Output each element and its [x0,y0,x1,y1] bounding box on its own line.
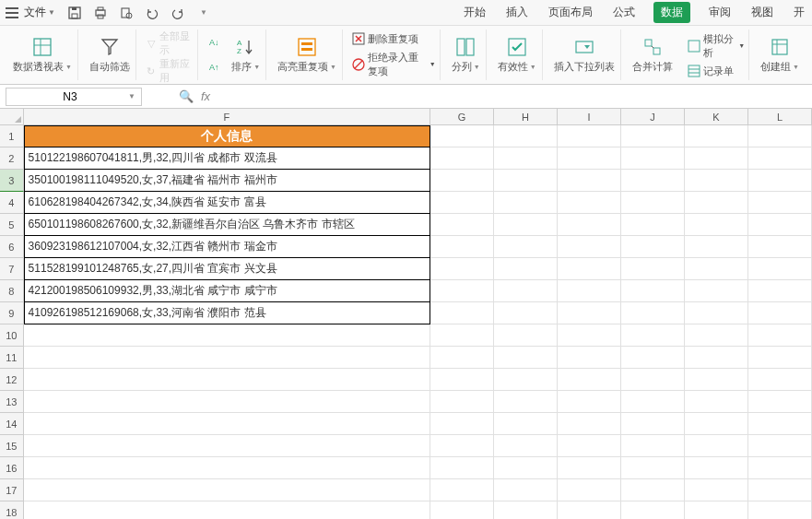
print-preview-icon[interactable] [118,5,135,21]
row-header-16[interactable]: 16 [0,457,24,479]
cell[interactable] [24,413,430,435]
cell[interactable] [621,147,685,170]
cell[interactable] [558,125,621,147]
cell[interactable] [430,280,494,302]
cell[interactable] [558,369,621,391]
cell[interactable] [748,347,812,369]
cell[interactable] [685,302,748,324]
cell[interactable] [685,435,748,457]
cell[interactable] [621,258,685,280]
cell[interactable] [621,347,685,369]
print-icon[interactable] [92,5,109,21]
save-icon[interactable] [66,5,83,21]
cell[interactable] [430,369,494,391]
cell[interactable] [685,457,748,479]
name-box[interactable]: ▼ [6,88,142,106]
cell[interactable] [430,324,494,347]
row-header-1[interactable]: 1 [0,125,24,147]
cell[interactable] [621,479,685,501]
cell[interactable] [748,413,812,435]
cell[interactable] [24,347,430,369]
cell[interactable] [430,457,494,479]
undo-icon[interactable] [144,5,160,21]
cell[interactable] [748,324,812,347]
cell[interactable] [430,258,494,280]
cell[interactable] [494,214,558,236]
cell[interactable] [748,479,812,501]
cell[interactable] [621,324,685,347]
tab-formula[interactable]: 公式 [611,1,637,24]
cell[interactable] [621,369,685,391]
cell[interactable] [494,125,558,147]
cell[interactable] [748,170,812,192]
cell[interactable] [430,192,494,214]
cell[interactable] [494,479,558,501]
cell[interactable] [685,170,748,192]
cell[interactable] [494,324,558,347]
cell[interactable] [430,147,494,170]
cell[interactable] [494,457,558,479]
cell[interactable] [558,324,621,347]
row-header-7[interactable]: 7 [0,258,24,280]
cell[interactable] [558,192,621,214]
cell[interactable] [430,435,494,457]
autofilter-button[interactable]: 自动筛选 [84,29,136,80]
name-box-input[interactable] [12,90,128,103]
cell[interactable] [430,170,494,192]
cell-data[interactable]: 421200198506109932,男,33,湖北省 咸宁市 咸宁市 [24,280,430,302]
form-button[interactable]: 记录单 [688,65,745,78]
row-header-4[interactable]: 4 [0,192,24,214]
cell[interactable] [430,413,494,435]
cell[interactable] [748,147,812,170]
tab-layout[interactable]: 页面布局 [547,1,594,24]
cell[interactable] [494,258,558,280]
cell[interactable] [430,391,494,413]
cell[interactable] [621,501,685,519]
tab-more[interactable]: 开 [792,1,806,24]
cell[interactable] [494,170,558,192]
cell[interactable] [621,391,685,413]
row-header-18[interactable]: 18 [0,501,24,519]
cell[interactable] [558,258,621,280]
cell[interactable] [494,236,558,258]
search-icon[interactable]: 🔍 [179,89,194,103]
tab-review[interactable]: 审阅 [707,1,733,24]
fx-icon[interactable]: fx [201,89,210,103]
cell[interactable] [558,479,621,501]
cell[interactable] [685,324,748,347]
cell[interactable] [494,369,558,391]
cell[interactable] [748,280,812,302]
sort-asc-button[interactable]: A↓ [207,36,220,49]
cell[interactable] [685,236,748,258]
tab-home[interactable]: 开始 [462,1,488,24]
cell[interactable] [685,147,748,170]
cell[interactable] [494,302,558,324]
row-header-8[interactable]: 8 [0,280,24,302]
validation-button[interactable]: 有效性▼ [492,29,543,80]
cell[interactable] [494,501,558,519]
cell[interactable] [430,501,494,519]
cell[interactable] [685,258,748,280]
group-button[interactable]: 创建组▼ [755,29,805,80]
cell[interactable] [685,347,748,369]
cell[interactable] [621,214,685,236]
insert-dropdown-button[interactable]: 插入下拉列表 [548,29,621,80]
row-header-12[interactable]: 12 [0,369,24,391]
file-menu[interactable]: 文件▼ [24,5,55,20]
tab-data[interactable]: 数据 [653,2,690,23]
cell[interactable] [494,413,558,435]
cell[interactable] [748,435,812,457]
col-header-H[interactable]: H [494,109,558,125]
cell[interactable] [494,147,558,170]
cell[interactable] [685,501,748,519]
row-header-13[interactable]: 13 [0,391,24,413]
cell-data[interactable]: 410926198512169068,女,33,河南省 濮阳市 范县 [24,302,430,324]
row-header-15[interactable]: 15 [0,435,24,457]
cell-header[interactable]: 个人信息 [24,125,430,147]
cell[interactable] [748,369,812,391]
cell[interactable] [685,391,748,413]
cell[interactable] [494,435,558,457]
cell[interactable] [24,435,430,457]
cell[interactable] [430,236,494,258]
highlight-dup-button[interactable]: 高亮重复项▼ [272,29,343,80]
